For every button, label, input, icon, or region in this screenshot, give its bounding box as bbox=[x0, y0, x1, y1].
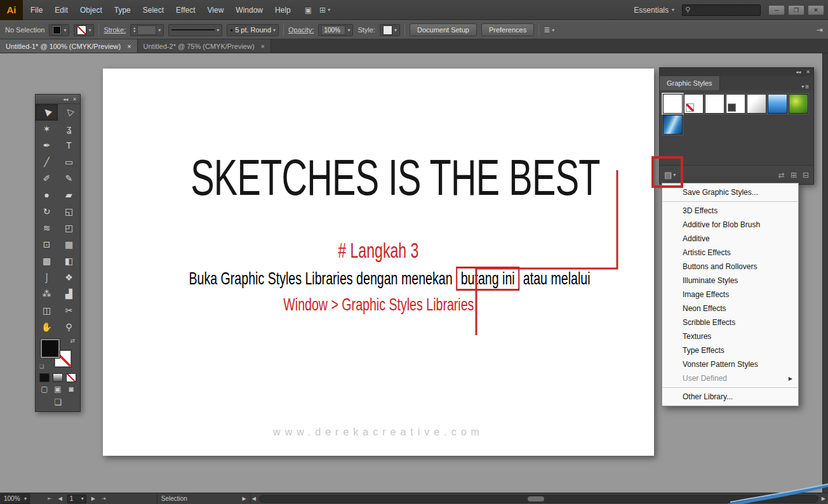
width-tool[interactable]: ≋ bbox=[36, 220, 58, 236]
fill-indicator[interactable] bbox=[41, 339, 60, 358]
scroll-right-icon[interactable]: ▶ bbox=[820, 496, 827, 501]
style-plain[interactable] bbox=[705, 94, 724, 114]
new-graphic-style-icon[interactable]: ⊞ bbox=[791, 171, 797, 180]
menu-item[interactable]: Object bbox=[80, 6, 102, 15]
panel-close-icon[interactable]: ✕ bbox=[806, 69, 810, 75]
menu-item[interactable]: File bbox=[30, 6, 43, 15]
gradient-tool[interactable]: ◧ bbox=[58, 253, 80, 269]
library-menu-item[interactable]: 3D Effects bbox=[662, 204, 798, 218]
selection-tool[interactable]: ▶ bbox=[36, 104, 58, 121]
collapse-dock-icon[interactable]: ⇥ bbox=[817, 25, 823, 34]
perspective-grid-tool[interactable]: ▦ bbox=[58, 236, 80, 253]
menu-item-other-library[interactable]: Other Library... bbox=[662, 390, 798, 404]
shape-builder-tool[interactable]: ⊡ bbox=[36, 236, 58, 253]
library-menu-item[interactable]: Vonster Pattern Styles bbox=[662, 357, 798, 371]
opacity-value-field[interactable]: 100% bbox=[321, 25, 345, 35]
library-menu-item[interactable]: Additive bbox=[662, 232, 798, 246]
pencil-tool[interactable]: ✎ bbox=[58, 170, 80, 187]
pen-tool[interactable]: ✒ bbox=[36, 137, 58, 154]
scale-tool[interactable]: ◱ bbox=[58, 203, 80, 220]
artboard-number-field[interactable]: 1 ▾ bbox=[67, 494, 86, 503]
menu-item[interactable]: Window bbox=[236, 6, 263, 15]
first-artboard-icon[interactable]: ⇤ bbox=[46, 496, 53, 501]
stroke-panel-link[interactable]: Stroke: bbox=[104, 26, 126, 34]
status-indicator[interactable]: Selection ▶ bbox=[157, 494, 251, 504]
library-menu-item[interactable]: Scribble Effects bbox=[662, 315, 798, 329]
tab-untitled-2[interactable]: Untitled-2* @ 75% (CMYK/Preview) × bbox=[138, 39, 271, 53]
slice-tool[interactable]: ✂ bbox=[58, 302, 80, 319]
next-artboard-icon[interactable]: ▶ bbox=[90, 496, 97, 501]
none-button[interactable] bbox=[66, 373, 76, 382]
type-tool[interactable]: T bbox=[58, 137, 80, 154]
style-green-organic[interactable] bbox=[789, 94, 808, 114]
stepper-down-icon[interactable]: ▾ bbox=[133, 30, 135, 33]
free-transform-tool[interactable]: ◰ bbox=[58, 220, 80, 236]
last-artboard-icon[interactable]: ⇥ bbox=[100, 496, 107, 501]
stroke-width-stepper[interactable]: ▴ ▾ bbox=[133, 27, 135, 33]
library-menu-item[interactable]: Type Effects bbox=[662, 343, 798, 357]
panel-close-icon[interactable]: ✕ bbox=[72, 96, 77, 102]
eyedropper-tool[interactable]: ⌡ bbox=[36, 269, 58, 286]
line-segment-tool[interactable]: ╱ bbox=[36, 154, 58, 170]
delete-icon[interactable]: ⊟ bbox=[803, 171, 809, 180]
stroke-width-field[interactable] bbox=[137, 25, 156, 35]
symbol-sprayer-tool[interactable]: ⁂ bbox=[36, 286, 58, 302]
document-setup-button[interactable]: Document Setup bbox=[410, 23, 477, 36]
zoom-tool[interactable]: ⚲ bbox=[58, 319, 80, 335]
tab-close-icon[interactable]: × bbox=[127, 43, 131, 50]
column-graph-tool[interactable]: ▟ bbox=[58, 286, 80, 302]
menu-item-save-graphic-styles[interactable]: Save Graphic Styles... bbox=[662, 185, 798, 199]
panel-dock-strip[interactable] bbox=[822, 53, 828, 493]
search-box[interactable]: ⚲ bbox=[682, 4, 761, 16]
status-flyout-icon[interactable]: ▶ bbox=[243, 496, 246, 501]
break-link-icon[interactable]: ⇄ bbox=[778, 171, 785, 180]
style-shadow[interactable] bbox=[747, 94, 766, 114]
close-button[interactable]: ✕ bbox=[808, 5, 824, 15]
style-null[interactable] bbox=[684, 94, 704, 114]
search-input[interactable] bbox=[693, 6, 758, 14]
tab-close-icon[interactable]: × bbox=[261, 43, 265, 50]
style-default[interactable] bbox=[663, 94, 683, 114]
magic-wand-tool[interactable]: ✶ bbox=[36, 121, 58, 137]
horizontal-scrollbar[interactable] bbox=[259, 495, 818, 503]
menu-item[interactable]: Select bbox=[143, 6, 164, 15]
style-blue-texture[interactable] bbox=[663, 115, 683, 135]
draw-normal-icon[interactable]: ▢ bbox=[39, 385, 50, 394]
style-control[interactable]: ▾ bbox=[380, 24, 400, 36]
screen-mode-button[interactable]: ❏ bbox=[39, 396, 76, 409]
hand-tool[interactable]: ✋ bbox=[36, 319, 58, 335]
eraser-tool[interactable]: ▰ bbox=[58, 187, 80, 203]
scroll-left-icon[interactable]: ◀ bbox=[251, 496, 257, 501]
library-menu-item[interactable]: Artistic Effects bbox=[662, 246, 798, 260]
menu-item-user-defined[interactable]: User Defined ▶ bbox=[662, 371, 798, 385]
minimize-button[interactable]: ─ bbox=[768, 5, 785, 15]
workspace-switcher[interactable]: Essentials ▾ bbox=[634, 6, 674, 15]
collapse-panel-icon[interactable]: ◂◂ bbox=[796, 69, 801, 75]
direct-selection-tool[interactable]: ▷ bbox=[58, 104, 80, 121]
library-menu-item[interactable]: Illuminate Styles bbox=[662, 274, 798, 288]
arrange-documents-control[interactable]: ⊞ ▾ bbox=[319, 6, 330, 15]
fill-color-control[interactable]: ▾ bbox=[49, 24, 69, 36]
blend-tool[interactable]: ❖ bbox=[58, 269, 80, 286]
rectangle-tool[interactable]: ▭ bbox=[58, 154, 80, 170]
menu-item[interactable]: Effect bbox=[176, 6, 195, 15]
library-menu-item[interactable]: Textures bbox=[662, 329, 798, 343]
menu-item[interactable]: View bbox=[208, 6, 224, 15]
opacity-panel-link[interactable]: Opacity: bbox=[288, 26, 314, 34]
library-menu-item[interactable]: Neon Effects bbox=[662, 302, 798, 315]
lasso-tool[interactable]: ʓ bbox=[58, 121, 80, 137]
scrollbar-thumb[interactable] bbox=[528, 496, 544, 501]
brush-definition-control[interactable]: ● 5 pt. Round ▾ bbox=[227, 24, 279, 36]
more-options-control[interactable]: ≣ ▾ bbox=[544, 25, 554, 34]
color-button[interactable] bbox=[39, 373, 50, 382]
draw-behind-icon[interactable]: ▣ bbox=[53, 385, 63, 394]
menu-item[interactable]: Help bbox=[275, 6, 291, 15]
mesh-tool[interactable]: ▩ bbox=[36, 253, 58, 269]
collapse-panel-icon[interactable]: ◂◂ bbox=[63, 96, 68, 102]
library-menu-item[interactable]: Buttons and Rollovers bbox=[662, 260, 798, 274]
menu-item[interactable]: Type bbox=[114, 6, 131, 15]
swap-fill-stroke-icon[interactable]: ⇄ bbox=[70, 338, 75, 344]
default-fill-stroke-icon[interactable]: ❏ bbox=[39, 364, 44, 369]
width-profile-control[interactable]: ▾ bbox=[168, 24, 222, 36]
stroke-width-control[interactable]: ▴ ▾ ▾ bbox=[130, 24, 164, 36]
